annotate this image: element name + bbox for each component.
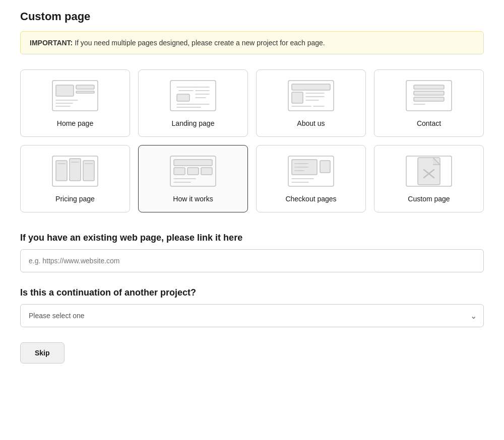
continuation-title: Is this a continuation of another projec… — [20, 287, 484, 298]
page-type-landing-label: Landing page — [172, 119, 215, 127]
svg-rect-36 — [414, 97, 444, 101]
page-title: Custom page — [20, 10, 484, 23]
page-type-how-it-works-label: How it works — [173, 195, 213, 203]
continuation-select-wrapper: Please select one Yes No ⌄ — [20, 304, 484, 327]
page-type-about[interactable]: About us — [256, 69, 366, 137]
contact-icon — [404, 78, 454, 113]
checkout-icon — [286, 154, 336, 189]
svg-rect-22 — [292, 84, 330, 90]
alert-prefix: IMPORTANT: — [30, 39, 73, 47]
alert-message: If you need multiple pages designed, ple… — [75, 39, 325, 47]
url-input[interactable] — [20, 249, 484, 272]
page-type-home[interactable]: Home page — [20, 69, 130, 137]
custom-icon — [404, 154, 454, 189]
page-type-home-label: Home page — [57, 119, 93, 127]
svg-rect-1 — [56, 85, 74, 96]
page-type-checkout[interactable]: Checkout pages — [256, 145, 366, 212]
page-type-landing[interactable]: Landing page — [138, 69, 248, 137]
svg-rect-52 — [174, 168, 185, 175]
page-type-contact-label: Contact — [417, 119, 441, 127]
home-icon — [50, 78, 100, 113]
page-type-checkout-label: Checkout pages — [285, 195, 336, 203]
pricing-icon — [50, 154, 100, 189]
link-section-title: If you have an existing web page, please… — [20, 233, 484, 243]
svg-rect-24 — [292, 92, 303, 103]
howitworks-icon — [168, 154, 218, 189]
svg-rect-56 — [201, 168, 212, 175]
svg-rect-34 — [414, 91, 444, 95]
page-type-custom[interactable]: Custom page — [374, 145, 484, 212]
svg-rect-32 — [414, 85, 444, 89]
skip-button[interactable]: Skip — [20, 342, 65, 363]
svg-rect-66 — [320, 161, 330, 173]
landing-icon — [168, 78, 218, 113]
svg-rect-50 — [174, 160, 212, 166]
svg-rect-13 — [177, 94, 190, 101]
alert-banner: IMPORTANT: If you need multiple pages de… — [20, 31, 484, 54]
page-type-about-label: About us — [297, 119, 325, 127]
svg-rect-3 — [76, 85, 94, 89]
page-type-grid: Home page Landing page — [20, 69, 484, 212]
about-icon — [286, 78, 336, 113]
page-type-custom-label: Custom page — [408, 195, 450, 203]
page-type-contact[interactable]: Contact — [374, 69, 484, 137]
continuation-section: Is this a continuation of another projec… — [20, 287, 484, 327]
svg-rect-54 — [187, 168, 199, 175]
page-type-pricing[interactable]: Pricing page — [20, 145, 130, 212]
page-type-how-it-works[interactable]: How it works — [138, 145, 248, 212]
page-type-pricing-label: Pricing page — [55, 195, 95, 203]
continuation-select[interactable]: Please select one Yes No — [20, 304, 484, 327]
